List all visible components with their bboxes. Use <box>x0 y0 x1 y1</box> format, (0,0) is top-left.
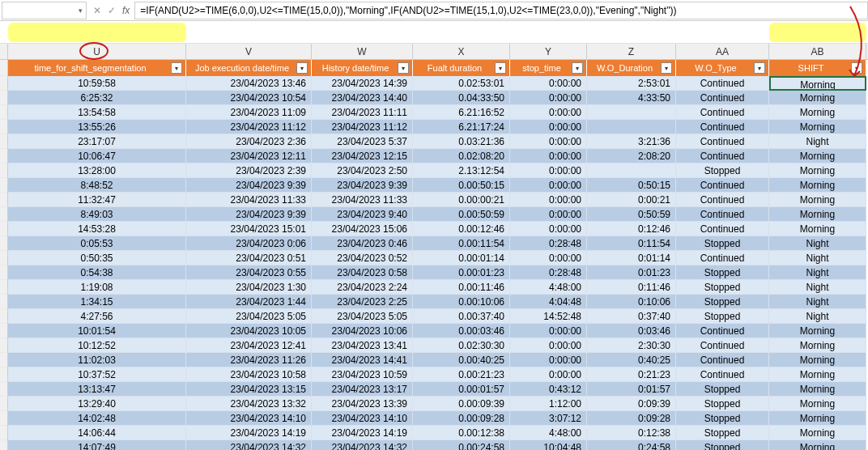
cell[interactable]: 0.00:01:23 <box>413 265 510 280</box>
cell[interactable]: 23/04/2023 11:33 <box>312 193 413 207</box>
col-header-x[interactable]: X <box>413 44 510 59</box>
cell[interactable]: Continued <box>676 222 769 236</box>
cancel-formula-icon[interactable]: ✕ <box>93 5 101 16</box>
row-header[interactable] <box>0 149 8 163</box>
cell[interactable]: Night <box>769 309 866 324</box>
cell[interactable]: 23/04/2023 13:41 <box>312 338 413 353</box>
cell[interactable]: 0.04:33:50 <box>413 91 510 105</box>
cell[interactable]: 11:02:03 <box>8 353 186 367</box>
cell[interactable]: 0:00:00 <box>510 178 587 193</box>
cell[interactable]: Continued <box>676 134 769 149</box>
cell[interactable]: Night <box>769 295 866 309</box>
cell[interactable]: 23/04/2023 1:44 <box>186 295 312 309</box>
row-header[interactable] <box>0 397 8 411</box>
cell[interactable]: Morning <box>769 120 866 134</box>
cell[interactable]: 23/04/2023 14:19 <box>312 426 413 440</box>
row-header[interactable] <box>0 222 8 236</box>
row-header[interactable] <box>0 178 8 193</box>
cell[interactable]: 0.00:50:59 <box>413 207 510 222</box>
cell[interactable]: 0:00:21 <box>587 193 676 207</box>
cell[interactable]: 0.00:09:39 <box>413 397 510 411</box>
cell[interactable]: 23/04/2023 1:30 <box>186 280 312 295</box>
cell[interactable]: 23/04/2023 11:12 <box>186 120 312 134</box>
cell[interactable]: 0:00:00 <box>510 163 587 178</box>
cell[interactable]: 23/04/2023 2:36 <box>186 134 312 149</box>
cell[interactable]: Morning <box>769 222 866 236</box>
cell[interactable]: Stopped <box>676 280 769 295</box>
cell[interactable]: 2:08:20 <box>587 149 676 163</box>
cell[interactable]: 23/04/2023 14:40 <box>312 91 413 105</box>
cell[interactable]: 23/04/2023 5:05 <box>186 309 312 324</box>
cell[interactable]: 23/04/2023 11:33 <box>186 193 312 207</box>
cell[interactable]: Morning <box>769 149 866 163</box>
cell[interactable]: Stopped <box>676 309 769 324</box>
cell[interactable]: 23/04/2023 15:06 <box>312 222 413 236</box>
cell[interactable]: 0:00:00 <box>510 149 587 163</box>
filter-btn-y[interactable]: ▾ <box>572 62 583 74</box>
cell[interactable]: 23/04/2023 0:46 <box>312 236 413 251</box>
cell[interactable] <box>587 163 676 178</box>
cell[interactable]: 0:00:00 <box>510 353 587 367</box>
cell[interactable]: 23/04/2023 2:39 <box>186 163 312 178</box>
cell[interactable]: 0:00:00 <box>510 367 587 382</box>
cell[interactable]: Stopped <box>676 236 769 251</box>
row-header[interactable] <box>0 193 8 207</box>
fx-icon[interactable]: fx <box>122 5 130 16</box>
cell[interactable]: 23/04/2023 12:15 <box>312 149 413 163</box>
row-header[interactable] <box>0 324 8 338</box>
cell[interactable]: 23/04/2023 9:39 <box>186 207 312 222</box>
cell[interactable]: 0.00:50:15 <box>413 178 510 193</box>
cell[interactable]: Stopped <box>676 295 769 309</box>
cell[interactable]: Continued <box>676 76 769 91</box>
cell[interactable]: 0.02:08:20 <box>413 149 510 163</box>
cell[interactable]: 23/04/2023 14:32 <box>312 440 413 450</box>
cell[interactable]: Continued <box>676 353 769 367</box>
cell[interactable]: 0:40:25 <box>587 353 676 367</box>
row-header[interactable] <box>0 207 8 222</box>
cell[interactable]: 23/04/2023 13:17 <box>312 382 413 397</box>
cell[interactable] <box>587 120 676 134</box>
cell[interactable]: 0:11:46 <box>587 280 676 295</box>
row-header[interactable] <box>0 236 8 251</box>
cell[interactable]: 10:06:47 <box>8 149 186 163</box>
row-header[interactable] <box>0 295 8 309</box>
cell[interactable]: Continued <box>676 105 769 120</box>
cell[interactable]: 14:07:49 <box>8 440 186 450</box>
cell[interactable]: 14:52:48 <box>510 309 587 324</box>
cell[interactable]: 4:48:00 <box>510 426 587 440</box>
cell[interactable]: Stopped <box>676 397 769 411</box>
cell[interactable]: 23/04/2023 14:19 <box>186 426 312 440</box>
cell[interactable]: 14:06:44 <box>8 426 186 440</box>
cell[interactable]: Stopped <box>676 440 769 450</box>
cell[interactable]: 23/04/2023 10:59 <box>312 367 413 382</box>
row-header[interactable] <box>0 76 8 91</box>
cell[interactable]: 2:30:30 <box>587 338 676 353</box>
cell[interactable]: 13:55:26 <box>8 120 186 134</box>
cell[interactable]: Stopped <box>676 163 769 178</box>
cell[interactable]: 0.03:21:36 <box>413 134 510 149</box>
cell[interactable]: Continued <box>676 207 769 222</box>
cell[interactable]: 23/04/2023 0:55 <box>186 265 312 280</box>
cell[interactable]: Continued <box>676 324 769 338</box>
cell[interactable]: 0:00:00 <box>510 251 587 265</box>
cell[interactable]: 0:00:00 <box>510 222 587 236</box>
cell[interactable]: 2.13:12:54 <box>413 163 510 178</box>
cell[interactable]: Continued <box>676 178 769 193</box>
cell[interactable]: 23/04/2023 11:11 <box>312 105 413 120</box>
cell[interactable]: Continued <box>676 251 769 265</box>
cell[interactable]: 13:28:00 <box>8 163 186 178</box>
cell[interactable]: Morning <box>769 76 866 91</box>
cell[interactable]: 23/04/2023 14:32 <box>186 440 312 450</box>
cell[interactable]: Morning <box>769 382 866 397</box>
col-header-ab[interactable]: AB <box>769 44 866 59</box>
cell[interactable]: 23/04/2023 14:10 <box>312 411 413 426</box>
filter-btn-x[interactable]: ▾ <box>495 62 506 74</box>
cell[interactable]: 4:04:48 <box>510 295 587 309</box>
cell[interactable]: 0:09:28 <box>587 411 676 426</box>
select-all-corner[interactable] <box>0 44 8 59</box>
cell[interactable]: 0.00:09:28 <box>413 411 510 426</box>
row-header[interactable] <box>0 426 8 440</box>
cell[interactable]: 6.21:17:24 <box>413 120 510 134</box>
cell[interactable]: Morning <box>769 440 866 450</box>
cell[interactable]: Morning <box>769 397 866 411</box>
